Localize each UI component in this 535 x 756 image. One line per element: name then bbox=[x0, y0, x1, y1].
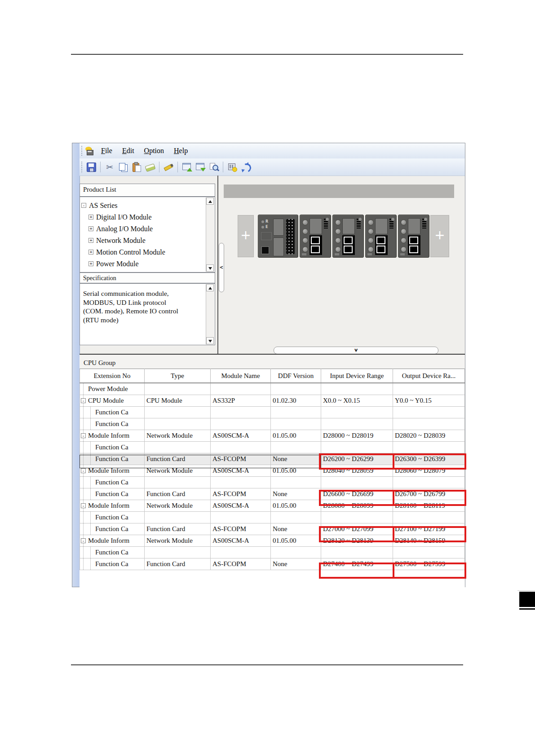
upload-icon[interactable] bbox=[181, 162, 192, 172]
table-row[interactable]: Function Ca bbox=[80, 442, 465, 453]
table-cell[interactable]: Function Ca bbox=[80, 523, 145, 535]
scroll-down-button[interactable] bbox=[206, 337, 214, 344]
table-cell[interactable] bbox=[211, 512, 271, 523]
expand-icon[interactable]: + bbox=[88, 215, 93, 220]
table-cell[interactable] bbox=[271, 477, 321, 488]
table-cell[interactable]: Function Ca bbox=[80, 488, 145, 500]
table-row[interactable]: -CPU ModuleCPU ModuleAS332P01.02.30X0.0 … bbox=[80, 395, 465, 407]
menu-item-file[interactable]: File bbox=[96, 145, 117, 156]
table-cell[interactable] bbox=[211, 407, 271, 418]
menu-item-edit[interactable]: Edit bbox=[117, 145, 139, 156]
table-cell[interactable]: Network Module bbox=[145, 535, 211, 547]
collapse-icon[interactable]: - bbox=[81, 468, 86, 473]
tree-scrollbar[interactable] bbox=[206, 198, 214, 272]
table-cell[interactable] bbox=[145, 442, 211, 453]
table-cell[interactable]: None bbox=[271, 523, 321, 535]
menu-item-help[interactable]: Help bbox=[169, 145, 193, 156]
column-header-type[interactable]: Type bbox=[145, 369, 211, 383]
scan-icon[interactable] bbox=[208, 162, 219, 172]
table-cell[interactable]: AS332P bbox=[211, 395, 271, 407]
download-icon[interactable] bbox=[195, 162, 206, 172]
spec-scrollbar[interactable] bbox=[206, 284, 214, 344]
add-module-slot-right[interactable]: + bbox=[430, 215, 449, 257]
tree-item-as-series[interactable]: -AS Series bbox=[80, 200, 215, 211]
table-row[interactable]: Function Ca bbox=[80, 477, 465, 488]
table-cell[interactable]: D28020 ~ D28039 bbox=[393, 430, 465, 442]
pen-icon[interactable] bbox=[163, 162, 174, 172]
table-cell[interactable] bbox=[211, 442, 271, 453]
table-cell[interactable] bbox=[393, 477, 465, 488]
table-cell[interactable]: 01.05.00 bbox=[271, 500, 321, 512]
table-cell[interactable]: 01.02.30 bbox=[271, 395, 321, 407]
table-cell[interactable]: Function Ca bbox=[80, 407, 145, 418]
menu-item-option[interactable]: Option bbox=[139, 145, 169, 156]
expand-icon[interactable]: + bbox=[88, 226, 93, 231]
menubar-gripper[interactable] bbox=[81, 145, 83, 156]
table-cell[interactable] bbox=[211, 383, 271, 395]
table-cell[interactable]: -Module Inform bbox=[80, 430, 145, 442]
table-cell[interactable] bbox=[321, 418, 393, 430]
table-row[interactable]: Function Ca bbox=[80, 547, 465, 558]
table-row[interactable]: Function Ca bbox=[80, 512, 465, 523]
expand-icon[interactable]: + bbox=[88, 238, 93, 243]
save-icon[interactable] bbox=[86, 162, 97, 172]
expand-icon[interactable]: + bbox=[88, 261, 93, 266]
table-cell[interactable] bbox=[271, 383, 321, 395]
table-cell[interactable]: Function Ca bbox=[80, 512, 145, 523]
tree-item-power-module[interactable]: +Power Module bbox=[80, 258, 215, 270]
column-header-ddf-version[interactable]: DDF Version bbox=[271, 369, 321, 383]
table-cell[interactable]: -Module Inform bbox=[80, 500, 145, 512]
erase-icon[interactable] bbox=[145, 162, 155, 172]
table-cell[interactable]: AS00SCM-A bbox=[211, 500, 271, 512]
table-cell[interactable]: Function Card bbox=[145, 488, 211, 500]
vertical-splitter-handle[interactable]: < bbox=[219, 243, 224, 292]
table-cell[interactable]: Function Ca bbox=[80, 418, 145, 430]
scroll-up-button[interactable] bbox=[206, 198, 214, 205]
table-cell[interactable]: Function Card bbox=[145, 558, 211, 570]
table-cell[interactable] bbox=[321, 383, 393, 395]
table-cell[interactable]: X0.0 ~ X0.15 bbox=[321, 395, 393, 407]
table-cell[interactable]: -Module Inform bbox=[80, 535, 145, 547]
table-cell[interactable]: 01.05.00 bbox=[271, 430, 321, 442]
collapse-icon[interactable]: - bbox=[81, 398, 86, 403]
table-cell[interactable] bbox=[393, 512, 465, 523]
cpu-module-graphic[interactable]: R E bbox=[258, 215, 298, 258]
table-row[interactable]: Power Module bbox=[80, 383, 465, 395]
table-cell[interactable]: AS00SCM-A bbox=[211, 430, 271, 442]
column-header-module-name[interactable]: Module Name bbox=[211, 369, 271, 383]
cut-icon[interactable]: ✂ bbox=[104, 162, 115, 172]
column-header-output-device-ra-[interactable]: Output Device Ra... bbox=[393, 369, 465, 383]
scroll-down-button[interactable] bbox=[206, 264, 214, 272]
tree-item-motion-control-module[interactable]: +Motion Control Module bbox=[80, 246, 215, 258]
add-module-slot-left[interactable]: + bbox=[238, 215, 254, 257]
table-cell[interactable]: Network Module bbox=[145, 500, 211, 512]
vertical-splitter[interactable] bbox=[217, 176, 218, 354]
table-cell[interactable] bbox=[271, 442, 321, 453]
refresh-icon[interactable] bbox=[240, 162, 251, 172]
table-cell[interactable]: AS-FCOPM bbox=[211, 523, 271, 535]
table-cell[interactable]: 01.05.00 bbox=[271, 535, 321, 547]
tree-item-network-module[interactable]: +Network Module bbox=[80, 235, 215, 246]
tree-item-analog-i-o-module[interactable]: +Analog I/O Module bbox=[80, 223, 215, 235]
table-cell[interactable] bbox=[145, 547, 211, 558]
collapse-icon[interactable]: - bbox=[81, 538, 86, 543]
table-cell[interactable] bbox=[145, 477, 211, 488]
table-cell[interactable] bbox=[321, 512, 393, 523]
table-cell[interactable] bbox=[271, 512, 321, 523]
table-row[interactable]: Function Ca bbox=[80, 418, 465, 430]
network-module-graphic[interactable] bbox=[398, 215, 429, 258]
table-cell[interactable]: D28000 ~ D28019 bbox=[321, 430, 393, 442]
network-module-graphic[interactable] bbox=[332, 215, 364, 258]
table-cell[interactable] bbox=[393, 418, 465, 430]
table-cell[interactable] bbox=[393, 407, 465, 418]
table-cell[interactable] bbox=[393, 383, 465, 395]
table-cell[interactable]: Power Module bbox=[80, 383, 145, 395]
column-header-input-device-range[interactable]: Input Device Range bbox=[321, 369, 393, 383]
table-cell[interactable] bbox=[393, 547, 465, 558]
table-cell[interactable]: CPU Module bbox=[145, 395, 211, 407]
table-cell[interactable] bbox=[321, 407, 393, 418]
table-cell[interactable] bbox=[145, 407, 211, 418]
table-cell[interactable] bbox=[211, 477, 271, 488]
table-cell[interactable]: Y0.0 ~ Y0.15 bbox=[393, 395, 465, 407]
table-cell[interactable] bbox=[145, 512, 211, 523]
